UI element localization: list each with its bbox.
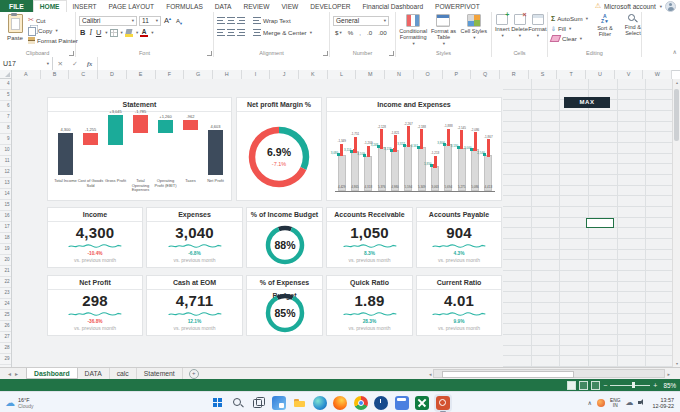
taskbar-icon-chrome[interactable] (352, 394, 370, 412)
column-header-d[interactable]: D (98, 70, 127, 79)
comma-style-button[interactable]: , (357, 29, 363, 36)
max-button[interactable]: MAX (564, 97, 610, 108)
ribbon-tab-home[interactable]: HOME (33, 0, 67, 12)
scroll-up-icon[interactable]: ▴ (673, 80, 680, 85)
column-header-o[interactable]: O (414, 70, 443, 79)
page-break-view-button[interactable] (591, 381, 600, 390)
taskbar-icon-excel[interactable] (413, 394, 431, 412)
taskbar-icon-clock[interactable] (372, 394, 390, 412)
column-header-n[interactable]: N (385, 70, 414, 79)
row-header-27[interactable]: 27 (0, 332, 11, 343)
column-header-j[interactable]: J (270, 70, 299, 79)
ribbon-tab-developer[interactable]: DEVELOPER (304, 0, 356, 12)
align-middle-button[interactable] (227, 17, 235, 24)
align-bottom-button[interactable] (237, 17, 245, 24)
number-format-select[interactable]: General▾ (333, 16, 389, 26)
align-right-button[interactable] (237, 29, 245, 36)
taskbar-icon-edge[interactable] (311, 394, 329, 412)
row-header-16[interactable]: 16 (0, 211, 11, 222)
row-header-19[interactable]: 19 (0, 244, 11, 255)
zoom-level[interactable]: 85% (663, 382, 676, 389)
font-dialog-launcher[interactable] (207, 51, 212, 56)
zoom-slider[interactable] (610, 385, 650, 386)
zoom-in-button[interactable]: + (653, 382, 657, 389)
column-header-m[interactable]: M (356, 70, 385, 79)
underline-button[interactable]: U (95, 28, 102, 37)
zoom-slider-knob[interactable] (632, 382, 635, 388)
ribbon-tab-page-layout[interactable]: PAGE LAYOUT (103, 0, 161, 12)
paste-button[interactable]: Paste (3, 14, 27, 48)
sheet-tab-dashboard[interactable]: Dashboard (26, 368, 78, 379)
fill-button[interactable]: ⇩Fill▾ (551, 24, 588, 33)
taskbar-icon-firefox[interactable] (331, 394, 349, 412)
row-header-17[interactable]: 17 (0, 222, 11, 233)
ribbon-tab-formulas[interactable]: FORMULAS (160, 0, 209, 12)
ribbon-tab-data[interactable]: DATA (209, 0, 238, 12)
taskbar-icon-powerpoint[interactable] (434, 394, 452, 412)
column-header-f[interactable]: F (156, 70, 185, 79)
cancel-button[interactable]: ✕ (58, 60, 63, 68)
fill-color-button[interactable] (125, 29, 133, 37)
volume-icon[interactable] (638, 399, 647, 407)
column-header-s[interactable]: S (529, 70, 558, 79)
row-header-11[interactable]: 11 (0, 156, 11, 167)
taskbar-icon-calculator[interactable] (393, 394, 411, 412)
sheet-tab-statement[interactable]: Statement (137, 368, 183, 379)
row-header-20[interactable]: 20 (0, 255, 11, 266)
column-header-b[interactable]: B (41, 70, 70, 79)
cell-styles-button[interactable]: Cell Styles▾ (460, 14, 488, 48)
statement-chart-card[interactable]: Statement 4,300Total Income-1,255Cost of… (47, 97, 232, 201)
shrink-font-button[interactable]: A▼ (175, 16, 184, 26)
active-cell-u17[interactable] (586, 218, 614, 228)
ribbon-tab-view[interactable]: VIEW (275, 0, 304, 12)
ribbon-tab-file[interactable]: FILE (0, 0, 33, 12)
row-header-4[interactable]: 4 (0, 79, 11, 90)
column-header-q[interactable]: Q (471, 70, 500, 79)
column-header-t[interactable]: T (557, 70, 586, 79)
accounting-format-button[interactable]: $▾ (333, 29, 344, 36)
column-header-h[interactable]: H (213, 70, 242, 79)
align-center-button[interactable] (227, 29, 235, 36)
sheet-next-button[interactable]: ▸ (15, 370, 18, 377)
column-header-l[interactable]: L (328, 70, 357, 79)
kpi-card-accounts-receivable[interactable]: Accounts Receivable1,0508.3%vs. previous… (326, 207, 413, 268)
row-header-18[interactable]: 18 (0, 233, 11, 244)
scroll-left-icon[interactable]: ◂ (429, 371, 432, 377)
borders-button[interactable] (110, 29, 118, 37)
ribbon-tab-powerpivot[interactable]: POWERPIVOT (429, 0, 486, 12)
kpi-card-quick-ratio[interactable]: Quick Ratio1.8928.3%vs. previous month (326, 275, 413, 336)
onedrive-icon[interactable]: ☁ (625, 399, 633, 407)
kpi-card-of-expenses-budget[interactable]: % of Expenses Budget85% (246, 275, 323, 336)
horizontal-scroll-track[interactable] (433, 369, 665, 378)
kpi-card-cash-at-eom[interactable]: Cash at EOM4,71112.1%vs. previous month (146, 275, 243, 336)
column-header-c[interactable]: C (69, 70, 98, 79)
kpi-card-current-ratio[interactable]: Current Ratio4.019.9%vs. previous month (416, 275, 502, 336)
font-size-select[interactable]: 11▾ (139, 16, 161, 26)
find-select-button[interactable]: Find & Select (620, 14, 646, 48)
language-indicator[interactable]: ENG IN (610, 398, 620, 408)
taskbar-icon-widgets[interactable] (270, 394, 288, 412)
insert-function-button[interactable]: fx (87, 60, 92, 67)
row-header-12[interactable]: 12 (0, 167, 11, 178)
vertical-scrollbar[interactable]: ▴ ▾ (672, 79, 680, 367)
horizontal-scrollbar[interactable]: ◂ ▸ (429, 368, 680, 379)
decrease-decimal-button[interactable]: .00 (376, 29, 389, 36)
net-profit-margin-card[interactable]: Net profit Margin % 6.9%-7.1% (236, 97, 322, 201)
row-header-7[interactable]: 7 (0, 112, 11, 123)
zoom-out-button[interactable]: − (603, 382, 607, 389)
row-header-5[interactable]: 5 (0, 90, 11, 101)
column-header-u[interactable]: U (586, 70, 615, 79)
row-header-29[interactable]: 29 (0, 354, 11, 365)
align-top-button[interactable] (217, 17, 225, 24)
taskbar-icon-task-view[interactable] (249, 394, 267, 412)
vertical-scroll-thumb[interactable] (674, 89, 679, 141)
ribbon-tab-review[interactable]: REVIEW (237, 0, 275, 12)
clear-button[interactable]: Clear▾ (551, 34, 588, 43)
italic-button[interactable]: I (88, 28, 93, 37)
ribbon-tab-insert[interactable]: INSERT (67, 0, 103, 12)
weather-widget[interactable]: ☁ 16°F Cloudy (0, 397, 65, 409)
account-area[interactable]: ⚠ Microsoft account ▾ (595, 0, 680, 12)
grow-font-button[interactable]: A▲ (163, 16, 173, 25)
row-header-14[interactable]: 14 (0, 189, 11, 200)
kpi-card-income[interactable]: Income4,300-10.4%vs. previous month (47, 207, 143, 268)
